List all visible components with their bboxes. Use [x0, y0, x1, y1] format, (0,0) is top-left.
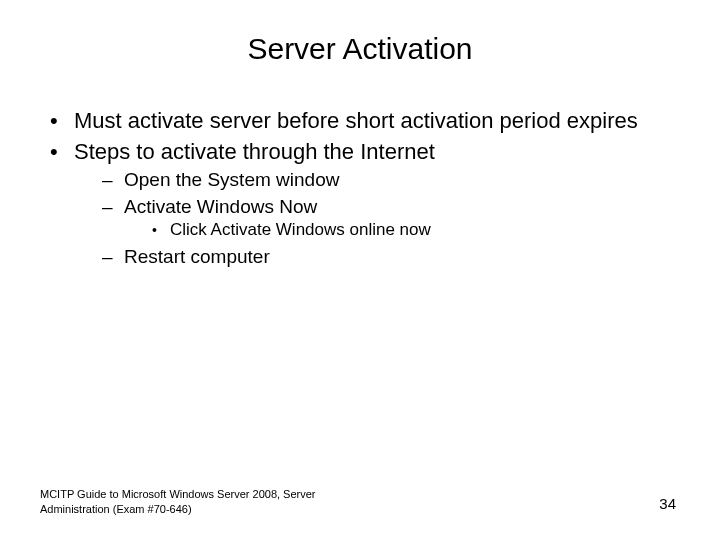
bullet-text: Must activate server before short activa… [74, 108, 638, 133]
list-item: Open the System window [102, 168, 680, 191]
slide: Server Activation Must activate server b… [0, 0, 720, 540]
slide-title: Server Activation [40, 32, 680, 66]
bullet-text: Open the System window [124, 169, 339, 190]
page-number: 34 [659, 495, 676, 512]
list-item: Click Activate Windows online now [152, 220, 680, 241]
bullet-subsublist: Click Activate Windows online now [124, 220, 680, 241]
bullet-text: Restart computer [124, 246, 270, 267]
list-item: Must activate server before short activa… [50, 108, 680, 135]
list-item: Restart computer [102, 245, 680, 268]
bullet-list: Must activate server before short activa… [40, 108, 680, 268]
footer-source: MCITP Guide to Microsoft Windows Server … [40, 487, 360, 516]
bullet-text: Click Activate Windows online now [170, 220, 431, 239]
bullet-sublist: Open the System window Activate Windows … [74, 168, 680, 268]
list-item: Activate Windows Now Click Activate Wind… [102, 195, 680, 241]
bullet-text: Steps to activate through the Internet [74, 139, 435, 164]
bullet-text: Activate Windows Now [124, 196, 317, 217]
list-item: Steps to activate through the Internet O… [50, 139, 680, 268]
